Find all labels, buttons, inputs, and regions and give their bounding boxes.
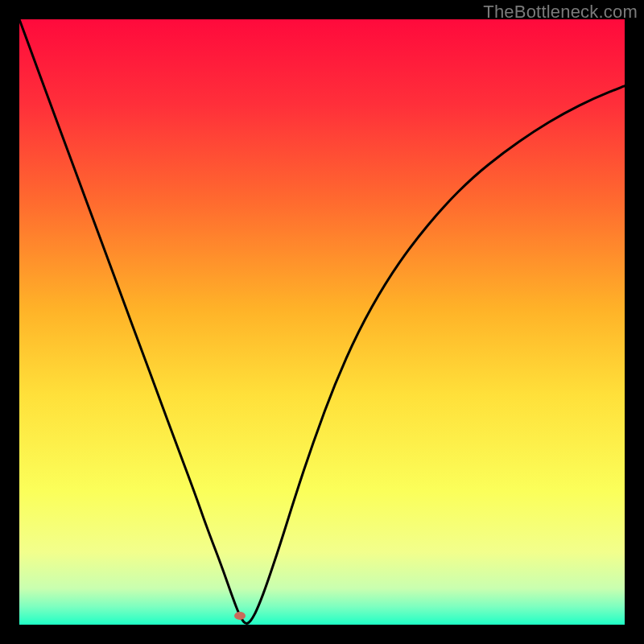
watermark-text: TheBottleneck.com (483, 2, 638, 23)
bottleneck-curve (19, 19, 625, 625)
curve-path (19, 19, 625, 624)
minimum-marker (234, 612, 246, 620)
chart-frame: TheBottleneck.com (0, 0, 644, 644)
